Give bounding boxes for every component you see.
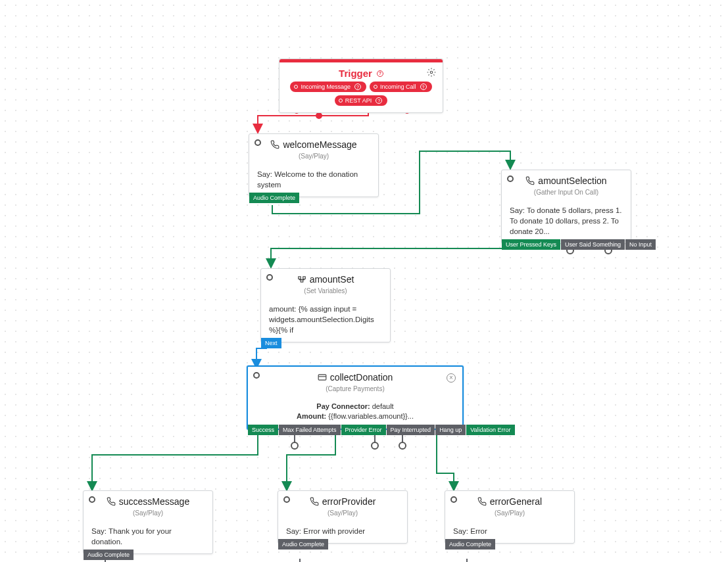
help-icon[interactable]: ?: [420, 83, 427, 90]
tag-max-failed[interactable]: Max Failed Attempts: [279, 425, 341, 435]
pay-connector-value: default: [370, 402, 394, 410]
node-body: Say: Thank you for your donation.: [84, 521, 212, 553]
node-title: errorGeneral: [490, 496, 542, 507]
node-type: (Say/Play): [84, 509, 212, 521]
amount-value: {{flow.variables.amount}}...: [326, 412, 414, 420]
amount-set-node[interactable]: amountSet (Set Variables) amount: {% ass…: [260, 268, 391, 342]
node-body: Say: Welcome to the donation system: [249, 164, 378, 197]
collect-donation-node[interactable]: × collectDonation (Capture Payments) Pay…: [247, 365, 464, 430]
pay-connector-label: Pay Connector:: [316, 402, 370, 410]
error-general-node[interactable]: errorGeneral (Say/Play) Say: Error Audio…: [445, 490, 575, 544]
welcome-message-node[interactable]: welcomeMessage (Say/Play) Say: Welcome t…: [249, 133, 379, 197]
node-title: successMessage: [119, 496, 189, 507]
node-type: (Capture Payments): [248, 385, 462, 396]
svg-rect-22: [298, 277, 301, 279]
svg-point-10: [291, 442, 298, 449]
svg-point-14: [399, 442, 406, 449]
phone-icon: [310, 497, 319, 506]
tag-validation-error[interactable]: Validation Error: [466, 425, 514, 435]
tag-audio-complete[interactable]: Audio Complete: [249, 193, 299, 203]
flow-canvas[interactable]: Trigger? Incoming Message? Incoming Call…: [0, 0, 728, 562]
help-icon[interactable]: ?: [376, 97, 382, 104]
tag-pay-interrupted[interactable]: Pay Interrupted: [387, 425, 435, 435]
payment-icon: [318, 373, 327, 382]
node-type: (Say/Play): [249, 152, 378, 164]
amount-selection-node[interactable]: amountSelection (Gather Input On Call) S…: [501, 170, 631, 244]
tag-user-pressed-keys[interactable]: User Pressed Keys: [502, 239, 560, 250]
tag-success[interactable]: Success: [248, 425, 278, 435]
error-provider-node[interactable]: errorProvider (Say/Play) Say: Error with…: [278, 490, 408, 544]
help-icon[interactable]: ?: [354, 83, 361, 90]
tag-user-said-something[interactable]: User Said Something: [561, 239, 625, 250]
node-type: (Say/Play): [278, 509, 407, 521]
help-icon[interactable]: ?: [377, 70, 383, 77]
trigger-node[interactable]: Trigger? Incoming Message? Incoming Call…: [279, 59, 443, 113]
svg-rect-23: [303, 277, 305, 279]
node-type: (Gather Input On Call): [502, 189, 631, 200]
svg-point-12: [372, 442, 378, 449]
pill-rest-api[interactable]: REST API?: [335, 95, 387, 106]
pill-incoming-message[interactable]: Incoming Message?: [290, 82, 366, 92]
node-title: welcomeMessage: [283, 139, 356, 150]
node-body: Say: To donate 5 dollars, press 1. To do…: [502, 200, 631, 243]
tag-no-input[interactable]: No Input: [625, 239, 656, 250]
svg-rect-25: [318, 375, 326, 380]
tag-hang-up[interactable]: Hang up: [435, 425, 466, 435]
tag-next[interactable]: Next: [261, 338, 281, 348]
node-type: (Say/Play): [445, 509, 574, 521]
svg-point-21: [430, 71, 433, 74]
success-message-node[interactable]: successMessage (Say/Play) Say: Thank you…: [83, 490, 213, 554]
phone-icon: [525, 176, 535, 185]
pill-incoming-call[interactable]: Incoming Call?: [370, 82, 432, 92]
node-type: (Set Variables): [261, 287, 390, 298]
phone-icon: [107, 497, 116, 506]
node-title: amountSelection: [538, 176, 606, 186]
variable-icon: [297, 275, 306, 284]
phone-icon: [477, 497, 487, 506]
node-title: errorProvider: [322, 496, 376, 507]
amount-label: Amount:: [297, 412, 326, 420]
svg-point-4: [316, 112, 322, 119]
phone-icon: [270, 140, 279, 149]
node-title: amountSet: [310, 274, 354, 285]
tag-audio-complete[interactable]: Audio Complete: [278, 539, 328, 550]
trigger-title: Trigger: [339, 68, 372, 79]
tag-audio-complete[interactable]: Audio Complete: [84, 550, 133, 560]
tag-provider-error[interactable]: Provider Error: [341, 425, 386, 435]
node-title: collectDonation: [330, 372, 393, 383]
node-body: amount: {% assign input = widgets.amount…: [261, 298, 390, 342]
tag-audio-complete[interactable]: Audio Complete: [445, 539, 495, 550]
gear-icon[interactable]: [427, 68, 436, 80]
